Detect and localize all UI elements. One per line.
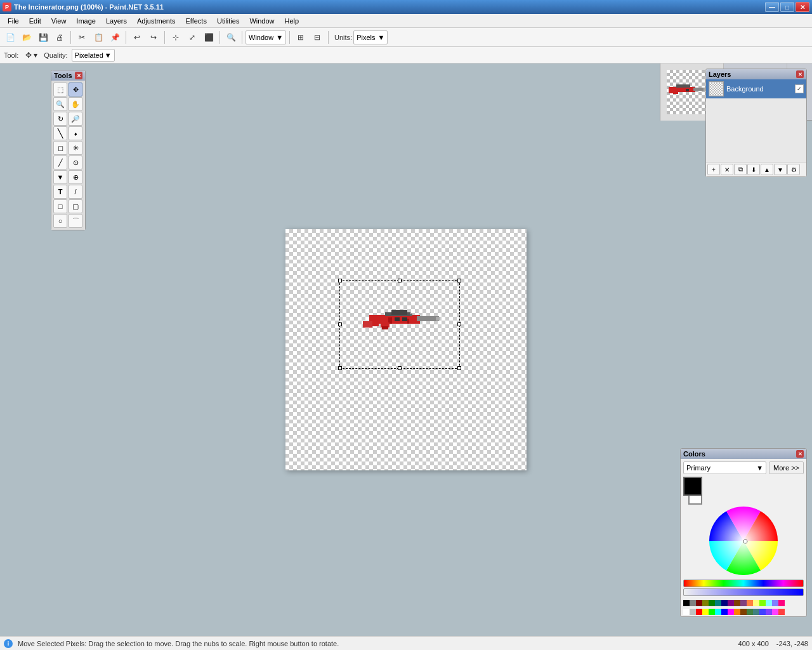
close-button[interactable]: ✕ [796,2,809,12]
tool-eraser[interactable]: ◻ [53,141,67,155]
palette-orchid[interactable] [772,609,778,615]
menu-edit[interactable]: Edit [24,16,46,26]
menu-file[interactable]: File [3,16,24,26]
resize-button[interactable]: ⤢ [185,30,200,45]
tools-panel-close[interactable]: ✕ [75,72,82,79]
palette-darkblue[interactable] [721,600,728,606]
crop-button[interactable]: ⊹ [168,30,183,45]
layers-panel-close[interactable]: ✕ [796,70,804,78]
quality-dropdown[interactable]: Pixelated ▼ [72,49,115,62]
palette-cyan[interactable] [715,609,721,615]
tool-pan[interactable]: ✋ [69,97,82,111]
palette-olive[interactable] [702,600,709,606]
minimize-button[interactable]: — [765,2,779,12]
undo-button[interactable]: ↩ [129,30,145,45]
layer-item-background[interactable]: Background ✓ [706,79,806,98]
palette-violet[interactable] [766,609,772,615]
palette-orange2[interactable] [734,609,740,615]
tool-selector[interactable]: ✥ ▾ [22,48,40,63]
flatten-button[interactable]: ⬛ [201,30,216,45]
menu-effects[interactable]: Effects [181,16,212,26]
menu-help[interactable]: Help [280,16,304,26]
palette-teal[interactable] [715,600,721,606]
menu-image[interactable]: Image [71,16,101,26]
paste-button[interactable]: 📌 [107,30,122,45]
tool-rect-shape[interactable]: □ [53,199,67,213]
tool-freeform[interactable]: ⌒ [69,214,82,228]
move-layer-up-button[interactable]: ▲ [761,164,773,175]
units-dropdown[interactable]: Pixels ▼ [353,30,388,44]
palette-salmon[interactable] [778,609,785,615]
palette-black[interactable] [683,600,690,606]
palette-brown2[interactable] [740,609,747,615]
palette-mossgreen[interactable] [747,609,753,615]
primary-color-swatch[interactable] [683,477,702,496]
palette-white[interactable] [683,609,690,615]
menu-adjustments[interactable]: Adjustments [132,16,181,26]
tool-ellipse[interactable]: ○ [53,214,67,228]
tool-magic-wand[interactable]: ✳ [69,141,82,155]
tool-pencil[interactable]: ╲ [53,126,67,140]
tool-text[interactable]: T [53,185,67,199]
tool-line[interactable]: / [69,185,82,199]
cut-button[interactable]: ✂ [74,30,89,45]
palette-green[interactable] [709,609,715,615]
duplicate-layer-button[interactable]: ⧉ [734,164,747,175]
layer-visibility-check[interactable]: ✓ [795,84,804,93]
tool-brush[interactable]: ╱ [53,156,67,169]
print-button[interactable]: 🖨 [52,30,67,45]
tool-eyedropper[interactable]: ⊕ [69,170,82,184]
palette-royalblue[interactable] [759,609,766,615]
colors-panel-close[interactable]: ✕ [796,450,804,458]
tool-move[interactable]: ✥ [69,83,82,96]
palette-plum[interactable] [740,600,747,606]
window-dropdown[interactable]: Window ▼ [246,30,286,44]
zoom-actual[interactable]: ⊟ [310,30,325,45]
palette-hotpink[interactable] [778,600,785,606]
tool-rounded-rect[interactable]: ▢ [69,199,82,213]
open-button[interactable]: 📂 [19,30,34,45]
palette-orange[interactable] [747,600,753,606]
menu-view[interactable]: View [46,16,72,26]
menu-window[interactable]: Window [244,16,279,26]
merge-layer-button[interactable]: ⬇ [747,164,760,175]
redo-button[interactable]: ↪ [146,30,161,45]
zoom-fit[interactable]: ⊞ [293,30,308,45]
palette-seafoam[interactable] [753,609,759,615]
menu-utilities[interactable]: Utilities [212,16,244,26]
primary-dropdown[interactable]: Primary ▼ [683,461,766,474]
palette-purple[interactable] [728,600,734,606]
tool-stamp[interactable]: ⊙ [69,156,82,169]
tool-zoom-out[interactable]: 🔎 [69,112,82,126]
palette-yellow[interactable] [702,609,709,615]
tool-rect-select[interactable]: ⬚ [53,83,67,96]
menu-layers[interactable]: Layers [101,16,132,26]
palette-brown[interactable] [734,600,740,606]
palette-blue[interactable] [721,609,728,615]
add-layer-button[interactable]: + [707,164,720,175]
zoom-in-button[interactable]: 🔍 [223,30,239,45]
palette-gray[interactable] [690,600,696,606]
palette-lightblue[interactable] [772,600,778,606]
save-button[interactable]: 💾 [36,30,51,45]
move-layer-down-button[interactable]: ▼ [774,164,787,175]
copy-button[interactable]: 📋 [91,30,106,45]
delete-layer-button[interactable]: ✕ [721,164,733,175]
color-wheel[interactable] [709,506,778,576]
tool-rotate-zoom[interactable]: ↻ [53,112,67,126]
palette-lightyellow[interactable] [753,600,759,606]
palette-darkred[interactable] [696,600,702,606]
tool-recolor[interactable]: ▼ [53,170,67,184]
new-button[interactable]: 📄 [3,30,18,45]
maximize-button[interactable]: □ [780,2,794,12]
palette-darkgreen[interactable] [709,600,715,606]
palette-magenta[interactable] [728,609,734,615]
palette-chartreuse[interactable] [759,600,766,606]
layer-properties-button[interactable]: ⚙ [787,164,800,175]
hue-slider[interactable] [683,580,804,587]
palette-silver[interactable] [690,609,696,615]
more-button[interactable]: More >> [769,461,804,474]
tool-paint-bucket[interactable]: ⬧ [69,126,82,140]
color-gradient-bar[interactable] [683,588,804,596]
palette-lightcyan[interactable] [766,600,772,606]
